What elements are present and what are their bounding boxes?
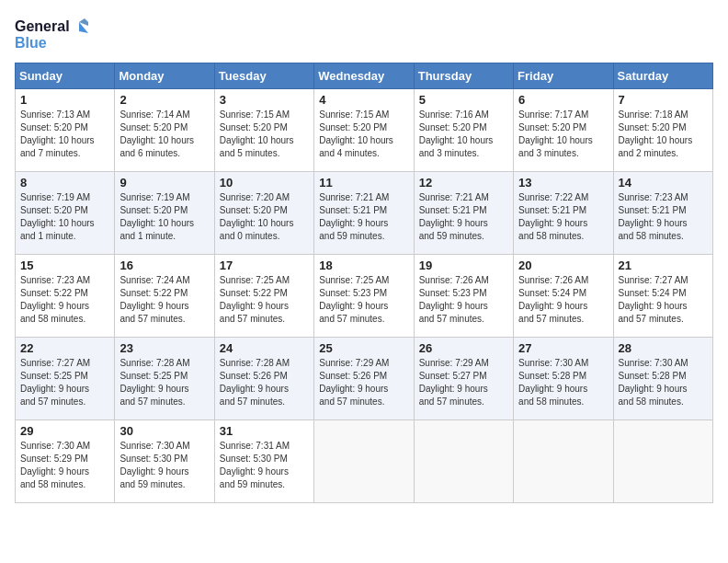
day-number: 28 (619, 341, 708, 355)
calendar-cell: 18Sunrise: 7:25 AMSunset: 5:23 PMDayligh… (314, 255, 414, 338)
calendar-cell: 7Sunrise: 7:18 AMSunset: 5:20 PMDaylight… (613, 89, 712, 172)
calendar-table: SundayMondayTuesdayWednesdayThursdayFrid… (15, 63, 713, 503)
calendar-cell: 15Sunrise: 7:23 AMSunset: 5:22 PMDayligh… (16, 255, 115, 338)
calendar-cell: 4Sunrise: 7:15 AMSunset: 5:20 PMDaylight… (314, 89, 414, 172)
day-number: 25 (319, 341, 408, 355)
logo-svg: General Blue (15, 15, 88, 55)
calendar-cell: 14Sunrise: 7:23 AMSunset: 5:21 PMDayligh… (613, 172, 712, 255)
day-number: 15 (20, 259, 109, 272)
day-number: 27 (518, 341, 608, 355)
cell-info: Sunrise: 7:30 AMSunset: 5:28 PMDaylight:… (619, 357, 708, 408)
day-number: 5 (419, 93, 508, 107)
calendar-cell: 11Sunrise: 7:21 AMSunset: 5:21 PMDayligh… (314, 172, 414, 255)
day-number: 16 (119, 259, 209, 272)
calendar-cell (514, 420, 613, 503)
page-header: General Blue (15, 15, 713, 55)
calendar-header: SundayMondayTuesdayWednesdayThursdayFrid… (16, 63, 713, 89)
cell-info: Sunrise: 7:23 AMSunset: 5:21 PMDaylight:… (619, 191, 708, 243)
cell-info: Sunrise: 7:17 AMSunset: 5:20 PMDaylight:… (518, 109, 608, 160)
cell-info: Sunrise: 7:19 AMSunset: 5:20 PMDaylight:… (20, 191, 109, 243)
calendar-cell: 29Sunrise: 7:30 AMSunset: 5:29 PMDayligh… (16, 420, 115, 503)
weekday-header: Saturday (613, 63, 712, 89)
weekday-header: Friday (514, 63, 613, 89)
svg-text:General: General (15, 18, 70, 34)
cell-info: Sunrise: 7:21 AMSunset: 5:21 PMDaylight:… (319, 191, 408, 243)
cell-info: Sunrise: 7:20 AMSunset: 5:20 PMDaylight:… (220, 191, 309, 243)
day-number: 8 (20, 176, 109, 190)
cell-info: Sunrise: 7:15 AMSunset: 5:20 PMDaylight:… (319, 109, 408, 160)
calendar-cell (414, 420, 513, 503)
calendar-cell: 17Sunrise: 7:25 AMSunset: 5:22 PMDayligh… (214, 255, 313, 338)
cell-info: Sunrise: 7:30 AMSunset: 5:30 PMDaylight:… (119, 440, 209, 491)
cell-info: Sunrise: 7:30 AMSunset: 5:28 PMDaylight:… (518, 357, 608, 408)
day-number: 3 (220, 93, 309, 107)
day-number: 2 (119, 93, 209, 107)
calendar-cell (613, 420, 712, 503)
cell-info: Sunrise: 7:23 AMSunset: 5:22 PMDaylight:… (20, 274, 109, 326)
calendar-cell: 8Sunrise: 7:19 AMSunset: 5:20 PMDaylight… (16, 172, 115, 255)
calendar-cell: 23Sunrise: 7:28 AMSunset: 5:25 PMDayligh… (115, 338, 214, 420)
cell-info: Sunrise: 7:28 AMSunset: 5:25 PMDaylight:… (119, 357, 209, 408)
day-number: 29 (20, 424, 109, 438)
day-number: 22 (20, 341, 109, 355)
calendar-cell (314, 420, 414, 503)
cell-info: Sunrise: 7:14 AMSunset: 5:20 PMDaylight:… (119, 109, 209, 160)
cell-info: Sunrise: 7:19 AMSunset: 5:20 PMDaylight:… (119, 191, 209, 243)
day-number: 17 (220, 259, 309, 272)
day-number: 11 (319, 176, 408, 190)
calendar-week: 8Sunrise: 7:19 AMSunset: 5:20 PMDaylight… (16, 172, 713, 255)
cell-info: Sunrise: 7:25 AMSunset: 5:22 PMDaylight:… (220, 274, 309, 326)
calendar-cell: 21Sunrise: 7:27 AMSunset: 5:24 PMDayligh… (613, 255, 712, 338)
calendar-cell: 19Sunrise: 7:26 AMSunset: 5:23 PMDayligh… (414, 255, 513, 338)
weekday-header: Tuesday (214, 63, 313, 89)
day-number: 4 (319, 93, 408, 107)
cell-info: Sunrise: 7:21 AMSunset: 5:21 PMDaylight:… (419, 191, 508, 243)
calendar-cell: 6Sunrise: 7:17 AMSunset: 5:20 PMDaylight… (514, 89, 613, 172)
cell-info: Sunrise: 7:15 AMSunset: 5:20 PMDaylight:… (220, 109, 309, 160)
day-number: 19 (419, 259, 508, 272)
calendar-week: 22Sunrise: 7:27 AMSunset: 5:25 PMDayligh… (16, 338, 713, 420)
day-number: 1 (20, 93, 109, 107)
day-number: 21 (619, 259, 708, 272)
calendar-body: 1Sunrise: 7:13 AMSunset: 5:20 PMDaylight… (16, 89, 713, 503)
cell-info: Sunrise: 7:16 AMSunset: 5:20 PMDaylight:… (419, 109, 508, 160)
cell-info: Sunrise: 7:26 AMSunset: 5:24 PMDaylight:… (518, 274, 608, 326)
calendar-cell: 5Sunrise: 7:16 AMSunset: 5:20 PMDaylight… (414, 89, 513, 172)
cell-info: Sunrise: 7:29 AMSunset: 5:26 PMDaylight:… (319, 357, 408, 408)
calendar-cell: 28Sunrise: 7:30 AMSunset: 5:28 PMDayligh… (613, 338, 712, 420)
calendar-cell: 20Sunrise: 7:26 AMSunset: 5:24 PMDayligh… (514, 255, 613, 338)
cell-info: Sunrise: 7:27 AMSunset: 5:24 PMDaylight:… (619, 274, 708, 326)
calendar-cell: 30Sunrise: 7:30 AMSunset: 5:30 PMDayligh… (115, 420, 214, 503)
cell-info: Sunrise: 7:30 AMSunset: 5:29 PMDaylight:… (20, 440, 109, 491)
calendar-cell: 24Sunrise: 7:28 AMSunset: 5:26 PMDayligh… (214, 338, 313, 420)
calendar-cell: 22Sunrise: 7:27 AMSunset: 5:25 PMDayligh… (16, 338, 115, 420)
cell-info: Sunrise: 7:26 AMSunset: 5:23 PMDaylight:… (419, 274, 508, 326)
day-number: 23 (119, 341, 209, 355)
calendar-cell: 16Sunrise: 7:24 AMSunset: 5:22 PMDayligh… (115, 255, 214, 338)
day-number: 30 (119, 424, 209, 438)
cell-info: Sunrise: 7:22 AMSunset: 5:21 PMDaylight:… (518, 191, 608, 243)
day-number: 14 (619, 176, 708, 190)
day-number: 6 (518, 93, 608, 107)
day-number: 13 (518, 176, 608, 190)
calendar-cell: 2Sunrise: 7:14 AMSunset: 5:20 PMDaylight… (115, 89, 214, 172)
cell-info: Sunrise: 7:18 AMSunset: 5:20 PMDaylight:… (619, 109, 708, 160)
cell-info: Sunrise: 7:29 AMSunset: 5:27 PMDaylight:… (419, 357, 508, 408)
calendar-week: 29Sunrise: 7:30 AMSunset: 5:29 PMDayligh… (16, 420, 713, 503)
day-number: 24 (220, 341, 309, 355)
calendar-cell: 1Sunrise: 7:13 AMSunset: 5:20 PMDaylight… (16, 89, 115, 172)
calendar-cell: 9Sunrise: 7:19 AMSunset: 5:20 PMDaylight… (115, 172, 214, 255)
calendar-cell: 26Sunrise: 7:29 AMSunset: 5:27 PMDayligh… (414, 338, 513, 420)
day-number: 12 (419, 176, 508, 190)
calendar-week: 1Sunrise: 7:13 AMSunset: 5:20 PMDaylight… (16, 89, 713, 172)
calendar-cell: 10Sunrise: 7:20 AMSunset: 5:20 PMDayligh… (214, 172, 313, 255)
calendar-cell: 27Sunrise: 7:30 AMSunset: 5:28 PMDayligh… (514, 338, 613, 420)
day-number: 26 (419, 341, 508, 355)
weekday-header: Sunday (16, 63, 115, 89)
cell-info: Sunrise: 7:28 AMSunset: 5:26 PMDaylight:… (220, 357, 309, 408)
cell-info: Sunrise: 7:31 AMSunset: 5:30 PMDaylight:… (220, 440, 309, 491)
cell-info: Sunrise: 7:13 AMSunset: 5:20 PMDaylight:… (20, 109, 109, 160)
day-number: 20 (518, 259, 608, 272)
cell-info: Sunrise: 7:25 AMSunset: 5:23 PMDaylight:… (319, 274, 408, 326)
day-number: 9 (119, 176, 209, 190)
